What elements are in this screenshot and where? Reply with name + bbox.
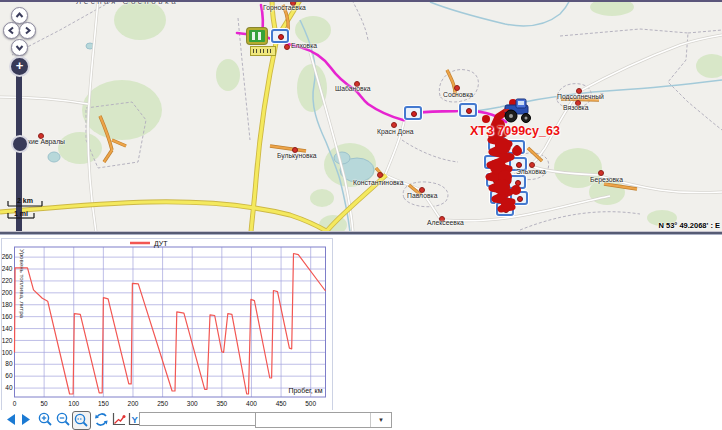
place-label: Березовка — [590, 176, 623, 183]
refresh-icon — [93, 411, 110, 428]
svg-text:250: 250 — [157, 400, 168, 407]
svg-text:200: 200 — [2, 289, 13, 296]
unit-marker[interactable] — [496, 202, 514, 216]
svg-text:300: 300 — [187, 400, 198, 407]
svg-text:Уровень топлива, литра: Уровень топлива, литра — [19, 249, 26, 319]
svg-text:ДУТ: ДУТ — [154, 240, 168, 248]
dropdown-arrow-icon[interactable]: ▼ — [370, 413, 391, 427]
svg-text:150: 150 — [98, 400, 109, 407]
svg-text:40: 40 — [5, 384, 13, 391]
svg-text:0: 0 — [13, 400, 17, 407]
place-label: Подсолнечный — [557, 93, 604, 100]
place-label: Сосновка — [443, 91, 473, 98]
place-label: Елховка — [291, 42, 317, 49]
place-label: Булькуновка — [277, 152, 317, 159]
svg-text:100: 100 — [2, 349, 13, 356]
pan-right-button[interactable] — [19, 22, 36, 39]
svg-text:120: 120 — [2, 337, 13, 344]
svg-text:350: 350 — [216, 400, 227, 407]
place-label: Вязовка — [563, 104, 588, 111]
depot-marker[interactable] — [247, 28, 267, 44]
svg-text:Пробег, км: Пробег, км — [288, 387, 322, 395]
zoom-window-icon — [73, 412, 90, 429]
right-arrow-icon — [19, 411, 33, 427]
svg-text:50: 50 — [41, 400, 49, 407]
svg-text:140: 140 — [2, 325, 13, 332]
svg-text:200: 200 — [128, 400, 139, 407]
unit-marker[interactable] — [508, 175, 526, 189]
pan-left-button[interactable] — [3, 22, 20, 39]
unit-marker[interactable] — [488, 137, 506, 151]
svg-text:160: 160 — [2, 313, 13, 320]
svg-text:400: 400 — [246, 400, 257, 407]
place-label: Шабановка — [335, 85, 371, 92]
svg-text:240: 240 — [2, 265, 13, 272]
depot-marker-label — [250, 46, 276, 56]
place-label: Константиновка — [353, 179, 403, 186]
svg-text:60: 60 — [5, 372, 13, 379]
svg-text:500: 500 — [305, 400, 316, 407]
unit-marker[interactable] — [404, 106, 422, 120]
map-terrain — [0, 0, 722, 232]
place-dot — [284, 44, 290, 50]
chevron-left-icon — [6, 25, 17, 36]
pan-down-button[interactable] — [11, 39, 28, 56]
place-label: Эльховка — [516, 168, 546, 175]
map-view[interactable]: 2 km 1 mi + ХТЗ 7 — [0, 0, 722, 232]
chevron-right-icon — [22, 25, 33, 36]
svg-text:Y: Y — [132, 414, 139, 425]
fuel-chart-panel: 0501001502002503003504004505004060801001… — [1, 238, 333, 411]
top-window-strip — [0, 0, 722, 2]
svg-text:260: 260 — [2, 253, 13, 260]
place-label: Красн Дона — [377, 128, 414, 135]
refresh-button[interactable] — [93, 411, 110, 428]
tracking-app: 2 km 1 mi + ХТЗ 7 — [0, 0, 722, 430]
unit-marker[interactable] — [271, 29, 289, 43]
next-page-button[interactable] — [19, 411, 36, 428]
zoom-in-icon — [37, 411, 54, 428]
unit-marker[interactable] — [459, 103, 477, 117]
zoom-slider-knob[interactable] — [11, 135, 29, 153]
svg-text:220: 220 — [2, 277, 13, 284]
zoom-reset-button[interactable] — [72, 411, 91, 430]
unit-marker[interactable] — [486, 173, 504, 187]
place-label: Павловка — [407, 192, 437, 199]
place-label: Горностаевка — [263, 4, 306, 11]
place-label: кие Авралы — [28, 138, 65, 145]
vehicle-name-label: ХТЗ 7099су_63 — [470, 124, 560, 138]
chart-mode-button[interactable] — [110, 411, 127, 428]
map-scalebar: 2 km 1 mi — [4, 192, 54, 228]
svg-text:180: 180 — [2, 301, 13, 308]
svg-text:450: 450 — [276, 400, 287, 407]
chevron-down-icon — [14, 42, 25, 53]
fuel-level-chart[interactable]: 0501001502002503003504004505004060801001… — [2, 239, 330, 408]
cursor-coordinates: N 53° 49.2068' : E — [659, 221, 721, 230]
svg-text:100: 100 — [68, 400, 79, 407]
sensor-select-combobox[interactable]: ▼ — [255, 412, 392, 428]
zoom-out-icon — [55, 411, 72, 428]
place-dot — [377, 172, 383, 178]
chart-toolbar: Y ▼ — [0, 410, 722, 430]
map-chart-divider — [0, 231, 722, 237]
scale-mi-label: 1 mi — [14, 210, 28, 217]
zoom-out-chart-button[interactable] — [55, 411, 72, 428]
left-arrow-icon — [4, 411, 18, 427]
scale-km-label: 2 km — [17, 197, 33, 204]
zoom-in-chart-button[interactable] — [37, 411, 54, 428]
sensor-filter-input[interactable] — [139, 412, 257, 426]
tractor-icon[interactable] — [502, 97, 534, 124]
place-label: Алексеевка — [427, 219, 464, 226]
chevron-up-icon — [14, 10, 25, 21]
unit-marker[interactable] — [507, 140, 525, 154]
unit-marker[interactable] — [484, 155, 502, 169]
zoom-in-map-button[interactable]: + — [9, 56, 30, 77]
plot-axes-icon — [110, 411, 127, 428]
svg-text:80: 80 — [5, 360, 13, 367]
